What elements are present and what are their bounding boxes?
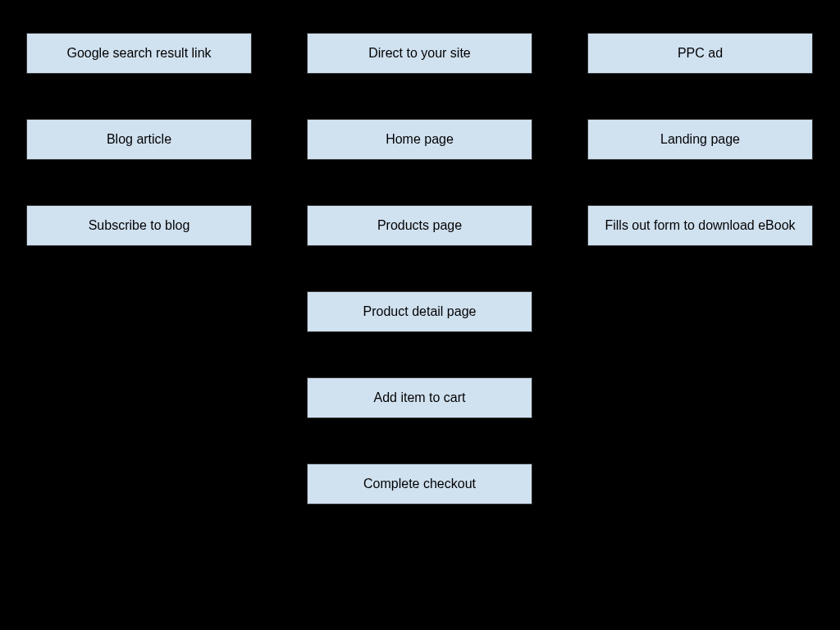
- node-label: Fills out form to download eBook: [605, 218, 795, 233]
- node-label: Google search result link: [66, 46, 211, 61]
- node-google-search: Google search result link: [26, 33, 252, 74]
- node-label: Subscribe to blog: [89, 218, 190, 233]
- node-ppc-ad: PPC ad: [587, 33, 813, 74]
- node-landing-page: Landing page: [587, 119, 813, 160]
- node-complete-checkout: Complete checkout: [307, 463, 532, 504]
- node-label: Product detail page: [363, 304, 477, 319]
- node-label: Products page: [377, 218, 462, 233]
- node-blog-article: Blog article: [26, 119, 252, 160]
- node-products-page: Products page: [307, 205, 532, 246]
- node-home-page: Home page: [307, 119, 532, 160]
- node-label: Blog article: [107, 132, 171, 147]
- node-label: Landing page: [660, 132, 740, 147]
- node-product-detail: Product detail page: [307, 291, 532, 332]
- node-form-ebook: Fills out form to download eBook: [587, 205, 813, 246]
- node-label: PPC ad: [678, 46, 723, 61]
- node-label: Direct to your site: [368, 46, 470, 61]
- node-subscribe-blog: Subscribe to blog: [26, 205, 252, 246]
- node-label: Add item to cart: [373, 390, 465, 405]
- node-add-to-cart: Add item to cart: [307, 377, 532, 418]
- node-label: Complete checkout: [363, 477, 476, 491]
- node-label: Home page: [386, 132, 454, 147]
- node-direct-site: Direct to your site: [307, 33, 532, 74]
